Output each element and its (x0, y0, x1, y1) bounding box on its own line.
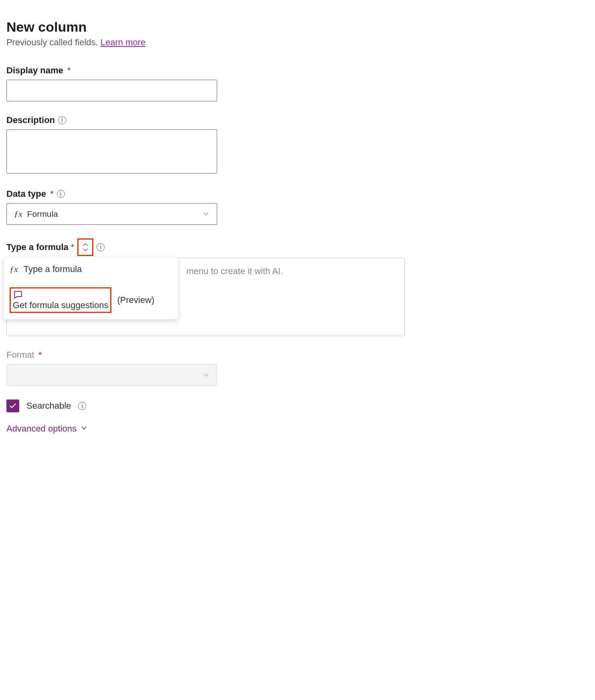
data-type-selected-value: ƒx Formula (14, 209, 58, 219)
data-type-select[interactable]: ƒx Formula (6, 203, 217, 225)
searchable-label: Searchable (26, 401, 71, 411)
data-type-value-text: Formula (27, 209, 58, 219)
formula-field: Type a formula * i pad pad pad pad pad p… (6, 238, 398, 336)
format-field: Format * (6, 350, 398, 386)
description-label-text: Description (6, 115, 55, 125)
required-marker: * (67, 65, 71, 76)
menu-item-type-formula-label: Type a formula (24, 264, 82, 274)
format-select (6, 364, 217, 386)
data-type-label: Data type * i (6, 189, 398, 199)
info-icon[interactable]: i (97, 243, 105, 251)
chat-icon (13, 290, 108, 300)
display-name-label-text: Display name (6, 65, 63, 76)
formula-mode-menu: ƒx Type a formula Get formula suggestion… (4, 258, 178, 319)
display-name-field: Display name * (6, 65, 398, 101)
description-label: Description i (6, 115, 398, 125)
required-marker: * (38, 350, 42, 360)
menu-item-get-suggestions-label: Get formula suggestions (13, 300, 108, 310)
menu-item-get-suggestions[interactable]: Get formula suggestions (10, 287, 111, 313)
subtitle-text: Previously called fields. (6, 37, 101, 47)
info-icon[interactable]: i (78, 402, 86, 410)
formula-mode-toggle[interactable] (77, 238, 93, 256)
panel-subtitle: Previously called fields. Learn more (6, 37, 398, 48)
format-label: Format * (6, 350, 398, 360)
advanced-options-toggle[interactable]: Advanced options (6, 424, 398, 434)
description-input[interactable] (6, 129, 217, 173)
required-marker: * (50, 189, 54, 199)
display-name-label: Display name * (6, 65, 398, 76)
searchable-checkbox[interactable] (6, 399, 19, 412)
new-column-panel: New column Previously called fields. Lea… (0, 0, 405, 440)
display-name-input[interactable] (6, 80, 217, 101)
menu-item-type-formula[interactable]: ƒx Type a formula (4, 258, 178, 281)
panel-title: New column (6, 19, 398, 35)
searchable-row: Searchable i (6, 399, 398, 412)
format-label-text: Format (6, 350, 34, 360)
description-field: Description i (6, 115, 398, 175)
preview-tag: (Preview) (117, 295, 154, 305)
info-icon[interactable]: i (57, 190, 65, 198)
data-type-label-text: Data type (6, 189, 46, 199)
chevron-updown-icon (82, 242, 89, 252)
advanced-options-label: Advanced options (6, 424, 77, 434)
formula-label-text: Type a formula (6, 242, 69, 252)
formula-placeholder: menu to create it with AI. (186, 266, 283, 276)
info-icon[interactable]: i (58, 116, 66, 124)
required-marker: * (71, 242, 75, 252)
chevron-down-icon (81, 424, 88, 434)
data-type-field: Data type * i ƒx Formula (6, 189, 398, 225)
chevron-down-icon (202, 210, 210, 218)
fx-icon: ƒx (10, 264, 18, 274)
formula-label: Type a formula * i (6, 238, 398, 256)
chevron-down-icon (202, 371, 210, 379)
formula-area-wrap: pad pad pad pad pad pad pad pad pad pad … (6, 258, 398, 336)
learn-more-link[interactable]: Learn more (101, 37, 146, 47)
menu-item-get-suggestions-row[interactable]: Get formula suggestions (Preview) (4, 281, 178, 319)
fx-icon: ƒx (14, 209, 22, 219)
